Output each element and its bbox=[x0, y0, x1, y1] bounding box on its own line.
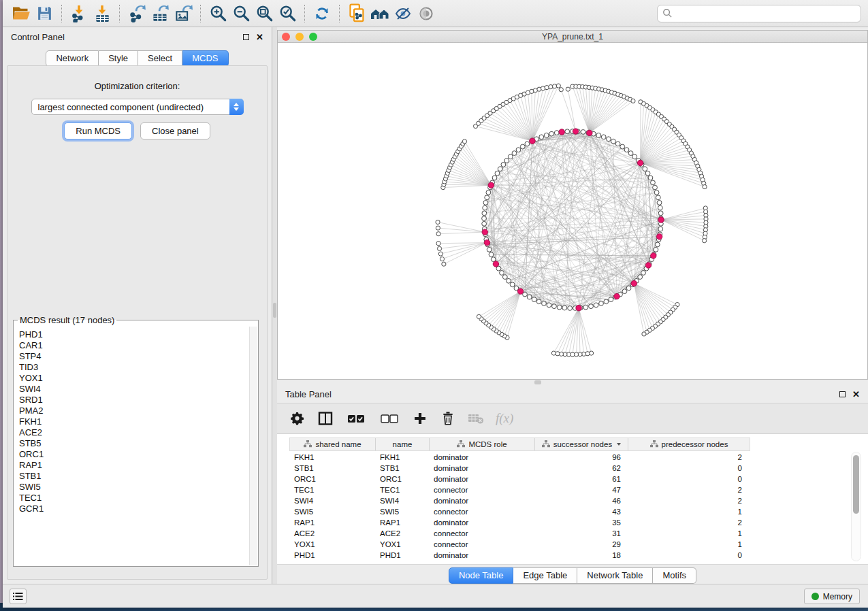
column-header-shared_name[interactable]: shared name bbox=[290, 438, 376, 450]
cell-successor_nodes: 29 bbox=[534, 539, 628, 550]
refresh-icon[interactable] bbox=[310, 3, 334, 24]
open-session-icon[interactable] bbox=[10, 3, 33, 24]
run-mcds-button[interactable]: Run MCDS bbox=[64, 122, 132, 139]
mcds-result-item[interactable]: YOX1 bbox=[19, 373, 249, 384]
zoom-out-icon[interactable] bbox=[229, 3, 253, 24]
table-row[interactable]: SWI5SWI5connector431 bbox=[289, 506, 749, 517]
function-builder-icon[interactable]: f(x) bbox=[496, 411, 513, 426]
tab-mcds[interactable]: MCDS bbox=[182, 50, 228, 67]
tab-node-table[interactable]: Node Table bbox=[449, 567, 514, 584]
mcds-result-item[interactable]: STB1 bbox=[19, 471, 249, 482]
deselect-all-icon[interactable] bbox=[379, 410, 400, 427]
column-header-successor_nodes[interactable]: successor nodes bbox=[535, 438, 628, 450]
mcds-result-item[interactable]: RAP1 bbox=[19, 460, 249, 471]
tab-edge-table[interactable]: Edge Table bbox=[513, 567, 577, 584]
mcds-result-item[interactable]: FKH1 bbox=[19, 416, 249, 427]
mcds-result-item[interactable]: SRD1 bbox=[19, 395, 249, 406]
mcds-result-item[interactable]: CAR1 bbox=[19, 340, 249, 351]
mcds-result-item[interactable]: SWI5 bbox=[19, 482, 249, 493]
column-header-mcds_role[interactable]: MCDS role bbox=[430, 438, 535, 450]
delete-table-icon[interactable] bbox=[468, 410, 484, 427]
tab-motifs[interactable]: Motifs bbox=[653, 567, 696, 584]
mcds-result-item[interactable]: SWI4 bbox=[19, 384, 249, 395]
share-document-icon[interactable] bbox=[345, 3, 368, 24]
table-row[interactable]: SWI4SWI4dominator462 bbox=[289, 495, 749, 506]
column-type-icon bbox=[542, 440, 550, 449]
hide-graphics-details-icon[interactable] bbox=[391, 3, 415, 24]
search-icon bbox=[662, 8, 673, 18]
mcds-result-item[interactable]: PHD1 bbox=[19, 329, 249, 340]
delete-column-icon[interactable] bbox=[440, 410, 456, 427]
zoom-in-icon[interactable] bbox=[206, 3, 229, 24]
mcds-list-scrollbar[interactable] bbox=[249, 327, 257, 565]
column-type-icon bbox=[457, 440, 465, 449]
table-row[interactable]: STB1STB1dominator620 bbox=[289, 463, 749, 474]
export-image-icon[interactable] bbox=[172, 3, 195, 24]
cell-name: ORC1 bbox=[375, 474, 429, 484]
tab-network-table[interactable]: Network Table bbox=[577, 567, 653, 584]
mcds-result-item[interactable]: STB5 bbox=[19, 438, 249, 449]
export-table-icon[interactable] bbox=[148, 3, 172, 24]
zoom-fit-icon[interactable] bbox=[253, 3, 276, 24]
table-row[interactable]: RAP1RAP1dominator352 bbox=[289, 517, 749, 528]
list-icon bbox=[13, 592, 23, 601]
network-graph-canvas[interactable] bbox=[278, 43, 867, 379]
panel-splitter[interactable] bbox=[272, 27, 277, 584]
export-network-icon[interactable] bbox=[125, 3, 148, 24]
cell-name: ACE2 bbox=[375, 528, 429, 539]
table-scrollbar[interactable] bbox=[851, 452, 861, 561]
cell-predecessor_nodes: 0 bbox=[628, 463, 749, 474]
table-row[interactable]: PHD1PHD1dominator180 bbox=[289, 550, 749, 561]
table-row[interactable]: ORC1ORC1dominator610 bbox=[289, 474, 749, 484]
cell-shared_name: FKH1 bbox=[289, 452, 375, 463]
close-panel-icon[interactable]: ✕ bbox=[256, 33, 263, 42]
tab-select[interactable]: Select bbox=[138, 50, 182, 67]
cell-predecessor_nodes: 2 bbox=[628, 484, 749, 495]
criterion-dropdown[interactable]: largest connected component (undirected) bbox=[31, 99, 244, 115]
task-history-button[interactable] bbox=[10, 589, 27, 604]
gear-icon[interactable] bbox=[289, 410, 306, 427]
tab-style[interactable]: Style bbox=[99, 50, 138, 67]
split-columns-icon[interactable] bbox=[317, 410, 334, 427]
select-all-icon[interactable] bbox=[345, 410, 367, 427]
table-scrollbar-thumb[interactable] bbox=[853, 455, 859, 514]
save-session-icon[interactable] bbox=[33, 3, 56, 24]
zoom-selected-icon[interactable] bbox=[276, 3, 299, 24]
dropdown-stepper-icon bbox=[229, 99, 244, 115]
close-panel-button[interactable]: Close panel bbox=[140, 122, 210, 139]
mcds-result-item[interactable]: ORC1 bbox=[19, 449, 249, 460]
cell-name: PHD1 bbox=[375, 550, 429, 561]
float-panel-icon[interactable] bbox=[243, 34, 249, 40]
mcds-result-item[interactable]: TID3 bbox=[19, 362, 249, 373]
search-input[interactable] bbox=[676, 9, 856, 18]
column-label: shared name bbox=[315, 440, 361, 448]
show-graphics-details-icon[interactable] bbox=[415, 3, 438, 24]
cell-name: TEC1 bbox=[375, 484, 429, 495]
close-table-panel-icon[interactable]: ✕ bbox=[852, 390, 860, 399]
column-header-predecessor_nodes[interactable]: predecessor nodes bbox=[628, 438, 750, 450]
node-table: shared namenameMCDS rolesuccessor nodesp… bbox=[277, 434, 868, 565]
table-row[interactable]: FKH1FKH1dominator962 bbox=[289, 452, 749, 463]
float-table-panel-icon[interactable] bbox=[839, 391, 846, 397]
cell-mcds_role: dominator bbox=[429, 550, 534, 561]
toolbar-separator bbox=[304, 5, 305, 22]
table-row[interactable]: YOX1YOX1connector291 bbox=[289, 539, 749, 550]
first-neighbors-icon[interactable] bbox=[368, 3, 391, 24]
network-view-window: YPA_prune.txt_1 bbox=[277, 30, 868, 380]
mcds-result-item[interactable]: PMA2 bbox=[19, 406, 249, 416]
import-table-icon[interactable] bbox=[91, 3, 114, 24]
mcds-result-item[interactable]: ACE2 bbox=[19, 427, 249, 438]
memory-button[interactable]: Memory bbox=[804, 589, 860, 604]
column-header-name[interactable]: name bbox=[376, 438, 430, 450]
table-row[interactable]: TEC1TEC1connector472 bbox=[289, 484, 749, 495]
splitter-handle-icon[interactable] bbox=[273, 303, 276, 318]
tab-network[interactable]: Network bbox=[46, 50, 99, 67]
mcds-result-item[interactable]: GCR1 bbox=[19, 503, 249, 514]
mcds-result-item[interactable]: STP4 bbox=[19, 351, 249, 362]
import-network-icon[interactable] bbox=[67, 3, 91, 24]
add-column-icon[interactable] bbox=[412, 410, 428, 427]
toolbar-separator bbox=[339, 5, 340, 22]
table-row[interactable]: ACE2ACE2connector311 bbox=[289, 528, 749, 539]
mcds-result-item[interactable]: TEC1 bbox=[19, 493, 249, 503]
optimization-criterion-label: Optimization criterion: bbox=[7, 81, 267, 91]
